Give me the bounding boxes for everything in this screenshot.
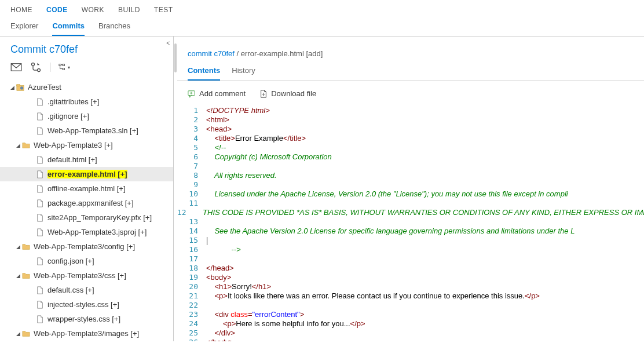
file-icon xyxy=(36,257,46,265)
tree-file-site2App-TemporaryKey-pfx[interactable]: site2App_TemporaryKey.pfx [+] xyxy=(0,210,173,225)
tree-folder-Web-App-Template3-images[interactable]: ◢Web-App-Template3/images [+] xyxy=(0,326,173,341)
collapse-sidebar-icon[interactable]: < xyxy=(166,40,170,46)
code-line: 21 <p>It looks like there was an error. … xyxy=(177,291,644,301)
code-text: <body> xyxy=(206,273,231,282)
subnav-branches[interactable]: Branches xyxy=(98,21,130,36)
file-icon xyxy=(36,286,46,294)
file-icon xyxy=(36,112,46,121)
code-text: THIS CODE IS PROVIDED *AS IS* BASIS, WIT… xyxy=(195,208,644,217)
breadcrumb-path: / error-example.html [add] xyxy=(235,49,323,58)
sidebar-toolbar: ▾ xyxy=(0,61,173,80)
tree-file-Web-App-Template3-jsproj[interactable]: Web-App-Template3.jsproj [+] xyxy=(0,225,173,239)
line-number: 19 xyxy=(177,273,206,282)
add-comment-button[interactable]: Add comment xyxy=(188,89,246,98)
code-view[interactable]: 1<!DOCTYPE html>2<html>3<head>4 <title>E… xyxy=(177,104,644,341)
line-number: 25 xyxy=(177,329,206,338)
tree-item-label: config.json [+] xyxy=(47,257,94,265)
file-icon xyxy=(36,301,46,309)
tree-item-label: .gitattributes [+] xyxy=(47,97,99,106)
expand-icon[interactable]: ◢ xyxy=(16,244,22,250)
subnav-explorer[interactable]: Explorer xyxy=(10,21,38,36)
code-line: 14 See the Apache Version 2.0 License fo… xyxy=(177,227,644,236)
code-line: 9 xyxy=(177,180,644,189)
topnav-build[interactable]: BUILD xyxy=(118,6,140,14)
tree-item-label: .gitignore [+] xyxy=(47,112,89,121)
code-text: </div> xyxy=(206,329,235,338)
tree-file-default-css[interactable]: default.css [+] xyxy=(0,283,173,297)
topnav-code[interactable]: CODE xyxy=(46,6,68,14)
line-number: 18 xyxy=(177,264,206,273)
tree-folder-Web-App-Template3-config[interactable]: ◢Web-App-Template3/config [+] xyxy=(0,239,173,254)
download-label: Download file xyxy=(271,89,316,98)
svg-point-2 xyxy=(38,69,41,72)
expand-icon[interactable]: ◢ xyxy=(10,85,16,90)
top-nav: HOMECODEWORKBUILDTEST xyxy=(0,0,644,18)
topnav-test[interactable]: TEST xyxy=(154,6,173,14)
tree-file-package-appxmanifest[interactable]: package.appxmanifest [+] xyxy=(0,196,173,210)
tree-item-label: site2App_TemporaryKey.pfx [+] xyxy=(47,213,152,222)
tree-file-offline-example-html[interactable]: offline-example.html [+] xyxy=(0,181,173,196)
main-layout: < Commit c70fef ▾ ◢AzureTest.gitattribut… xyxy=(0,37,644,341)
tree-folder-Web-App-Template3[interactable]: ◢Web-App-Template3 [+] xyxy=(0,138,173,152)
svg-rect-7 xyxy=(17,84,20,86)
svg-rect-3 xyxy=(59,64,61,66)
content-actions: Add comment Download file xyxy=(177,81,644,104)
line-number: 16 xyxy=(177,245,206,254)
code-line: 4 <title>Error Example</title> xyxy=(177,134,644,143)
line-number: 9 xyxy=(177,180,206,189)
tree-item-label: default.html [+] xyxy=(47,155,97,164)
file-icon xyxy=(36,170,46,178)
tree-file-default-html[interactable]: default.html [+] xyxy=(0,152,173,167)
tree-file--gitignore[interactable]: .gitignore [+] xyxy=(0,109,173,123)
toolbar-divider xyxy=(50,63,50,72)
code-line: 16 --> xyxy=(177,245,644,254)
line-number: 11 xyxy=(177,199,206,208)
breadcrumb: commit c70fef / error-example.html [add] xyxy=(177,37,644,63)
tree-file-Web-App-Template3-sln[interactable]: Web-App-Template3.sln [+] xyxy=(0,123,173,138)
line-number: 4 xyxy=(177,134,206,143)
tree-folder-Web-App-Template3-css[interactable]: ◢Web-App-Template3/css [+] xyxy=(0,268,173,283)
code-text: <title>Error Example</title> xyxy=(206,134,306,143)
code-line: 18</head> xyxy=(177,264,644,273)
tree-file-injected-styles-css[interactable]: injected-styles.css [+] xyxy=(0,297,173,312)
tree-file--gitattributes[interactable]: .gitattributes [+] xyxy=(0,94,173,109)
tab-contents[interactable]: Contents xyxy=(188,66,220,81)
breadcrumb-commit-link[interactable]: commit c70fef xyxy=(188,49,235,58)
topnav-work[interactable]: WORK xyxy=(82,6,104,14)
tree-file-wrapper-styles-css[interactable]: wrapper-styles.css [+] xyxy=(0,312,173,326)
code-text: <!DOCTYPE html> xyxy=(206,106,270,115)
line-number: 26 xyxy=(177,338,206,341)
code-text: See the Apache Version 2.0 License for s… xyxy=(206,227,575,236)
download-file-button[interactable]: Download file xyxy=(259,89,316,98)
code-line: 26</body> xyxy=(177,338,644,341)
tab-history[interactable]: History xyxy=(232,66,255,81)
tree-file-error-example-html[interactable]: error-example.html [+] xyxy=(0,167,173,181)
file-icon xyxy=(36,156,46,164)
subnav-commits[interactable]: Commits xyxy=(52,21,85,36)
tree-view-icon[interactable]: ▾ xyxy=(58,63,70,71)
topnav-home[interactable]: HOME xyxy=(10,6,32,14)
tree-item-label: Web-App-Template3.sln [+] xyxy=(47,126,138,135)
code-line: 12 THIS CODE IS PROVIDED *AS IS* BASIS, … xyxy=(177,208,644,217)
line-number: 5 xyxy=(177,143,206,152)
code-text: </body> xyxy=(206,338,233,341)
file-icon xyxy=(36,199,46,207)
expand-icon[interactable]: ◢ xyxy=(16,331,22,337)
expand-icon[interactable]: ◢ xyxy=(16,143,22,148)
code-line: 7 xyxy=(177,162,644,171)
line-number: 21 xyxy=(177,291,206,301)
code-text: <p>It looks like there was an error. Ple… xyxy=(206,291,540,301)
line-number: 24 xyxy=(177,319,206,329)
tree-item-label: default.css [+] xyxy=(47,286,94,294)
code-text: <html> xyxy=(206,115,229,125)
tree-folder-AzureTest[interactable]: ◢AzureTest xyxy=(0,80,173,94)
tree-file-config-json[interactable]: config.json [+] xyxy=(0,254,173,268)
folder-icon xyxy=(22,243,32,251)
folder-icon xyxy=(22,330,32,338)
expand-icon[interactable]: ◢ xyxy=(16,273,22,279)
tree-item-label: injected-styles.css [+] xyxy=(47,300,119,309)
mail-icon[interactable] xyxy=(10,61,22,73)
code-text xyxy=(206,236,207,245)
sidebar: < Commit c70fef ▾ ◢AzureTest.gitattribut… xyxy=(0,37,174,341)
branch-compare-icon[interactable] xyxy=(30,61,42,73)
